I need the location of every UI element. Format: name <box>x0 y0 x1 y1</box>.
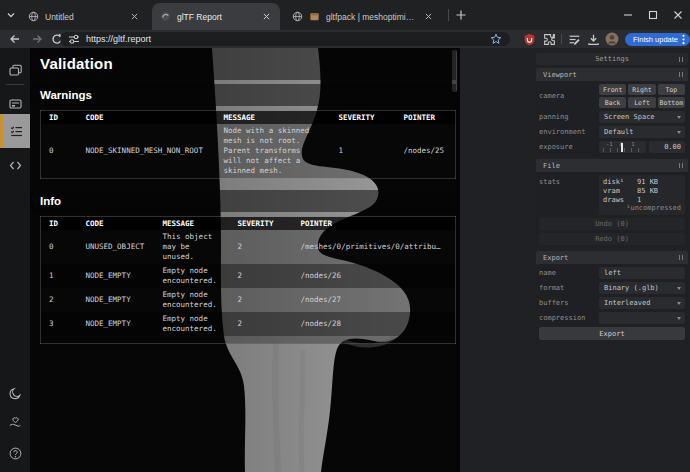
help-button[interactable] <box>0 441 30 465</box>
col-message: MESSAGE <box>224 111 339 124</box>
cell-severity: 2 <box>238 264 301 288</box>
tab-title: glTF Report <box>177 12 254 22</box>
file-section: File stats disk¹91 KB vram85 KB draws1 ¹… <box>536 159 688 248</box>
sidebar-item-report[interactable] <box>0 114 30 148</box>
sidebar-item-code[interactable] <box>0 153 30 177</box>
cell-message: Empty node encountered. <box>163 288 238 312</box>
donate-button[interactable] <box>0 411 30 435</box>
stat-key: disk¹ <box>603 178 637 186</box>
camera-left-button[interactable]: Left <box>628 97 655 108</box>
profile-avatar[interactable] <box>605 32 619 46</box>
col-severity: SEVERITY <box>238 217 301 230</box>
tab-gltf-report[interactable]: glTF Report <box>152 3 280 30</box>
new-tab-button[interactable] <box>455 9 467 21</box>
close-icon[interactable] <box>422 11 434 23</box>
report-checklist-icon <box>9 124 24 139</box>
tab-search-chevron-icon[interactable] <box>5 9 17 21</box>
hand-heart-icon <box>8 416 22 430</box>
panning-select[interactable]: Screen Space <box>599 111 685 123</box>
viewport-section: Viewport camera Front Right Top Back Lef… <box>536 68 688 156</box>
url-bar[interactable]: https://gltf.report <box>60 32 510 46</box>
compression-select[interactable] <box>599 312 685 324</box>
stats-footnote: ¹uncompressed <box>603 204 681 213</box>
close-window-button[interactable] <box>670 7 686 23</box>
redo-button[interactable]: Redo (0) <box>539 233 685 245</box>
globe-icon <box>28 11 39 22</box>
code-icon <box>8 158 23 173</box>
collapse-icon <box>679 57 684 62</box>
table-header-row: ID CODE MESSAGE SEVERITY POINTER <box>41 217 456 230</box>
warnings-band <box>30 84 456 106</box>
extensions-puzzle-icon[interactable] <box>542 32 556 46</box>
cell-severity: 2 <box>238 288 301 312</box>
package-favicon <box>309 11 320 22</box>
tab-title: gltfpack | meshoptimizer <box>326 12 416 22</box>
cell-severity: 2 <box>238 230 301 264</box>
app-sidebar <box>0 48 30 472</box>
environment-select[interactable]: Default <box>599 126 685 138</box>
buffers-select[interactable]: Interleaved <box>599 297 685 309</box>
col-code: CODE <box>86 217 163 230</box>
stat-key: vram <box>603 187 637 195</box>
minimize-button[interactable] <box>620 7 636 23</box>
maximize-button[interactable] <box>645 7 661 23</box>
file-section-title: File <box>543 162 560 170</box>
close-icon[interactable] <box>128 11 140 23</box>
ublock-extension-icon[interactable] <box>522 32 536 46</box>
cell-pointer: /nodes/26 <box>301 264 456 288</box>
url-text: https://gltf.report <box>86 34 484 44</box>
settings-panel: Settings Viewport camera Front Right Top <box>460 48 690 472</box>
layers-icon <box>8 63 23 78</box>
cell-id: 3 <box>41 312 86 336</box>
camera-top-button[interactable]: Top <box>658 84 685 95</box>
dark-mode-toggle[interactable] <box>0 381 30 405</box>
col-message: MESSAGE <box>163 217 238 230</box>
stat-value: 91 KB <box>637 178 681 186</box>
undo-button[interactable]: Undo (0) <box>539 218 685 230</box>
camera-back-button[interactable]: Back <box>599 97 626 108</box>
tab-separator <box>448 9 449 21</box>
downloads-icon[interactable] <box>586 32 600 46</box>
export-section-header[interactable]: Export <box>536 251 688 264</box>
cell-code: NODE_EMPTY <box>86 264 163 288</box>
exposure-value-field[interactable]: 0.00 <box>649 141 685 153</box>
cell-id: 1 <box>41 264 86 288</box>
panning-label: panning <box>539 113 595 121</box>
slider-handle[interactable] <box>621 143 623 152</box>
cell-pointer: /nodes/25 <box>404 124 456 179</box>
moon-icon <box>9 387 22 400</box>
validation-report: Validation Warnings ID CODE MESSAGE SEVE… <box>30 48 458 472</box>
sidebar-item-viewer[interactable] <box>0 58 30 82</box>
export-button[interactable]: Export <box>539 327 685 340</box>
forward-button[interactable] <box>30 32 44 46</box>
name-input[interactable]: left <box>599 267 685 279</box>
table-row: 0 NODE_SKINNED_MESH_NON_ROOT Node with a… <box>41 124 456 179</box>
format-value: Binary (.glb) <box>604 284 659 292</box>
tab-gltfpack[interactable]: gltfpack | meshoptimizer <box>284 3 442 30</box>
tick-label: 1 <box>631 141 634 147</box>
viewport-section-header[interactable]: Viewport <box>536 68 688 81</box>
collapse-icon <box>679 72 684 77</box>
exposure-slider[interactable]: -1 0 1 <box>599 141 646 153</box>
camera-front-button[interactable]: Front <box>599 84 626 95</box>
settings-pane-header[interactable]: Settings <box>536 53 688 65</box>
environment-label: environment <box>539 128 595 136</box>
cell-message: Empty node encountered. <box>163 312 238 336</box>
close-icon[interactable] <box>260 11 272 23</box>
stat-value: 85 KB <box>637 187 681 195</box>
col-severity: SEVERITY <box>339 111 404 124</box>
cell-pointer: /nodes/28 <box>301 312 456 336</box>
bookmark-star-icon[interactable] <box>490 33 502 45</box>
tab-untitled[interactable]: Untitled <box>20 3 148 30</box>
site-settings-icon[interactable] <box>68 33 80 45</box>
camera-bottom-button[interactable]: Bottom <box>658 97 685 108</box>
format-select[interactable]: Binary (.glb) <box>599 282 685 294</box>
sidebar-item-scene[interactable] <box>0 92 30 116</box>
finish-update-button[interactable]: Finish update <box>625 33 690 47</box>
reading-list-icon[interactable] <box>567 32 581 46</box>
stats-label: stats <box>539 175 595 186</box>
back-button[interactable] <box>8 32 22 46</box>
file-section-header[interactable]: File <box>536 159 688 172</box>
camera-right-button[interactable]: Right <box>628 84 655 95</box>
collapse-icon <box>679 255 684 260</box>
